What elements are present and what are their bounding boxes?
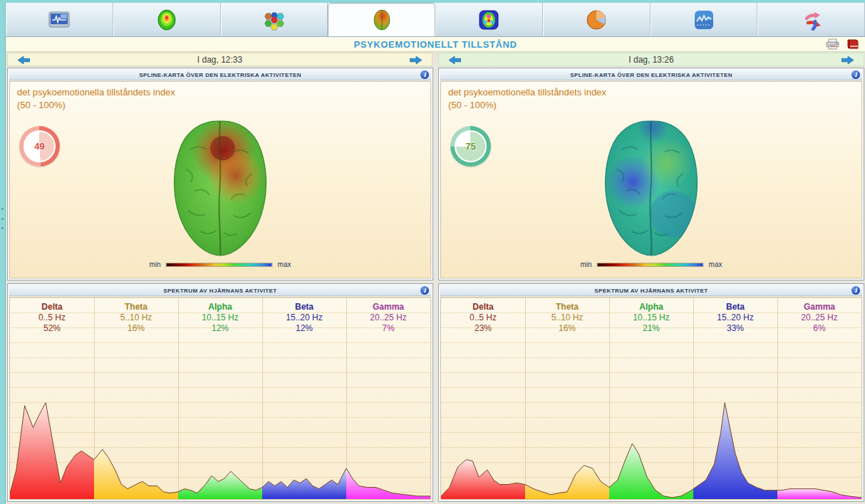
band-percent: 23% — [441, 323, 525, 334]
panel-header-title: SPLINE-KARTA ÖVER DEN ELEKTRISKA AKTIVIT… — [570, 72, 732, 78]
band-name: Alpha — [609, 302, 693, 313]
band-percent: 12% — [262, 323, 346, 334]
info-icon[interactable]: i — [851, 70, 860, 79]
scale-max-label: max — [709, 261, 722, 268]
spline-map-panel-right: SPLINE-KARTA ÖVER DEN ELEKTRISKA AKTIVIT… — [438, 68, 864, 280]
scale-max-label: max — [278, 261, 291, 268]
tab-brain-map-active[interactable] — [328, 3, 435, 36]
energy-matrix-icon — [479, 10, 499, 30]
band-percent: 21% — [609, 323, 693, 334]
spectrum-panel-right: SPEKTRUM AV HJÄRNANS AKTIVITET i Delta0.… — [438, 283, 864, 502]
panel-header: SPEKTRUM AV HJÄRNANS AKTIVITET i — [9, 285, 431, 296]
index-gauge: 75 — [450, 126, 491, 167]
index-label: det psykoemotionella tillståndets index — [448, 87, 606, 98]
tab-oscilloscope[interactable] — [6, 3, 113, 36]
splitter-handle-icon — [1, 208, 4, 229]
prev-record-arrow-icon[interactable] — [18, 56, 30, 64]
tab-meridians[interactable] — [757, 3, 865, 36]
left-splitter[interactable] — [0, 3, 6, 504]
band-range: 5..10 Hz — [94, 313, 178, 323]
main-toolbar — [6, 3, 865, 37]
nav-bar-right: I dag, 13:26 — [438, 53, 864, 66]
index-gauge-value: 75 — [465, 141, 475, 152]
topography-icon — [157, 9, 176, 31]
spectrum-area-chart — [441, 353, 861, 499]
band-range: 10..15 Hz — [178, 313, 262, 323]
brain-map-image — [590, 117, 713, 261]
app-window: PSYKOEMOTIONELLT TILLSTÅND I dag, 12:33 … — [0, 0, 865, 504]
band-name: Delta — [10, 302, 94, 313]
page-title: PSYKOEMOTIONELLT TILLSTÅND — [6, 39, 865, 50]
info-icon[interactable]: i — [420, 286, 429, 295]
info-icon[interactable]: i — [851, 286, 860, 295]
band-percent: 6% — [777, 323, 861, 334]
hexagon-matrix-icon — [264, 9, 285, 31]
brain-map-icon — [373, 9, 390, 31]
next-record-arrow-icon[interactable] — [410, 56, 422, 64]
prev-record-arrow-icon[interactable] — [449, 56, 461, 64]
panel-header: SPLINE-KARTA ÖVER DEN ELEKTRISKA AKTIVIT… — [9, 70, 431, 80]
spline-map-panel-left: SPLINE-KARTA ÖVER DEN ELEKTRISKA AKTIVIT… — [7, 68, 433, 280]
spline-map-body: det psykoemotionella tillståndets index … — [440, 81, 862, 278]
band-name: Theta — [525, 302, 609, 313]
panel-header-title: SPEKTRUM AV HJÄRNANS AKTIVITET — [594, 288, 708, 294]
meridian-arrows-icon — [801, 9, 822, 31]
record-date-right: I dag, 13:26 — [439, 55, 864, 65]
printer-icon[interactable] — [826, 38, 839, 50]
band-range: 0..5 Hz — [441, 313, 525, 323]
band-name: Alpha — [178, 302, 262, 313]
band-name: Beta — [693, 302, 777, 313]
band-percent: 16% — [94, 323, 178, 334]
spline-map-body: det psykoemotionella tillståndets index … — [9, 81, 431, 278]
band-percent: 12% — [178, 323, 262, 334]
tab-pie-chart[interactable] — [543, 3, 651, 36]
band-range: 5..10 Hz — [525, 313, 609, 323]
band-range: 20..25 Hz — [777, 313, 861, 323]
index-label: det psykoemotionella tillståndets index — [17, 87, 175, 98]
tab-statistics[interactable] — [651, 3, 758, 36]
next-record-arrow-icon[interactable] — [841, 56, 854, 64]
band-range: 0..5 Hz — [10, 313, 94, 323]
scale-min-label: min — [580, 261, 591, 268]
band-header-row: Delta0..5 Hz52% Theta5..10 Hz16% Alpha10… — [10, 298, 430, 334]
band-name: Gamma — [346, 302, 430, 313]
band-percent: 7% — [346, 323, 430, 334]
index-range: (50 - 100%) — [448, 100, 497, 110]
oscilloscope-icon — [48, 11, 70, 29]
tab-energy-matrix[interactable] — [435, 3, 543, 36]
band-name: Gamma — [777, 302, 861, 313]
brain-map-image — [159, 117, 281, 261]
panel-header-title: SPEKTRUM AV HJÄRNANS AKTIVITET — [163, 288, 276, 294]
pie-chart-icon — [586, 9, 607, 31]
statistics-icon — [694, 10, 714, 30]
spectrum-area-chart — [10, 353, 430, 499]
book-icon[interactable] — [846, 38, 859, 50]
panel-header: SPLINE-KARTA ÖVER DEN ELEKTRISKA AKTIVIT… — [440, 70, 862, 80]
scale-min-label: min — [149, 261, 160, 268]
spectrum-body: Delta0..5 Hz52% Theta5..10 Hz16% Alpha10… — [9, 297, 431, 500]
band-name: Beta — [262, 302, 346, 313]
band-percent: 16% — [525, 323, 609, 334]
band-range: 20..25 Hz — [346, 313, 430, 323]
spectrum-body: Delta0..5 Hz23% Theta5..10 Hz16% Alpha10… — [440, 297, 862, 500]
record-date-left: I dag, 12:33 — [8, 55, 432, 65]
band-percent: 52% — [10, 323, 94, 334]
color-scale-bar — [166, 263, 273, 267]
color-scale-bar — [597, 263, 704, 267]
band-header-row: Delta0..5 Hz23% Theta5..10 Hz16% Alpha10… — [441, 298, 861, 334]
index-gauge-value: 49 — [34, 141, 44, 152]
band-percent: 33% — [693, 323, 777, 334]
info-icon[interactable]: i — [420, 70, 429, 79]
color-scale: min max — [149, 261, 291, 268]
tab-topography[interactable] — [113, 3, 221, 36]
nav-bar-left: I dag, 12:33 — [7, 53, 432, 66]
band-name: Delta — [441, 302, 525, 313]
color-scale: min max — [580, 261, 722, 268]
title-bar: PSYKOEMOTIONELLT TILLSTÅND — [6, 37, 865, 52]
index-gauge: 49 — [19, 126, 60, 167]
index-range: (50 - 100%) — [17, 100, 66, 110]
panel-header: SPEKTRUM AV HJÄRNANS AKTIVITET i — [440, 285, 862, 296]
band-name: Theta — [94, 302, 178, 313]
tab-hexagon-matrix[interactable] — [221, 3, 328, 36]
band-range: 10..15 Hz — [609, 313, 693, 323]
